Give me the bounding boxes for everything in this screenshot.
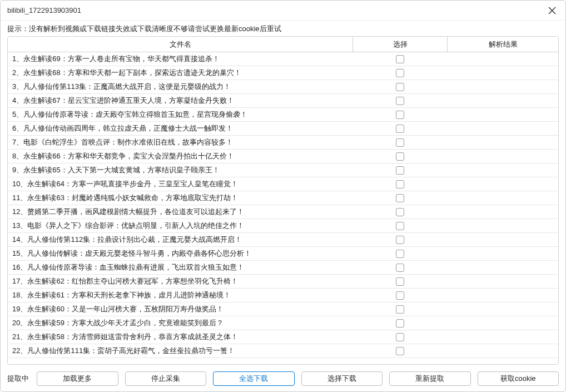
- table-header: 文件名 选择 解析结果: [8, 37, 558, 52]
- table-row: 17、永生解读62：红怡郡主夺山河榜大赛冠军，方寒想坐羽化飞升椅！: [8, 275, 558, 289]
- table-row: 12、赘婿第二季开播，画风建模剧情大幅提升，各位道友可以追起来了！: [8, 205, 558, 219]
- row-checkbox[interactable]: [396, 236, 404, 244]
- cell-filename: 18、永生解读61：方寒和天刑长老拿下神族，虚月儿进阶神通秘境！: [8, 290, 352, 300]
- cell-filename: 6、凡人修仙传动画四周年，韩立拉虚天鼎，正魔修士大战一触即发！: [8, 123, 352, 133]
- file-table: 文件名 选择 解析结果 1、永生解读69：方寒一人卷走所有宝物，华天都气得直接追…: [7, 36, 559, 365]
- re-extract-button[interactable]: 重新提取: [389, 371, 471, 386]
- cell-select: [352, 236, 447, 244]
- table-row: 15、凡人修仙传解读：虚天殿元婴老怪斗智斗勇，内殿夺鼎各怀心思分析！: [8, 247, 558, 261]
- row-checkbox[interactable]: [396, 291, 404, 300]
- cell-filename: 22、凡人修仙传第111集：蛮胡子高光好霸气，金丝蚕拉鼎功亏一篑！: [8, 346, 352, 356]
- cell-select: [352, 222, 447, 230]
- cell-select: [352, 250, 447, 258]
- row-checkbox[interactable]: [396, 333, 404, 341]
- get-cookie-button[interactable]: 获取cookie: [478, 371, 559, 386]
- table-row: 11、永生解读63：封魔岭遇纯狐小妖女喊救命，方寒地底取宝先打劫！: [8, 191, 558, 205]
- cell-filename: 11、永生解读63：封魔岭遇纯狐小妖女喊救命，方寒地底取宝先打劫！: [8, 193, 352, 203]
- table-row: 6、凡人修仙传动画四周年，韩立拉虚天鼎，正魔修士大战一触即发！: [8, 122, 558, 136]
- cell-select: [352, 152, 447, 161]
- cell-select: [352, 138, 447, 147]
- row-checkbox[interactable]: [396, 111, 404, 119]
- cell-select: [352, 194, 447, 202]
- cell-select: [352, 264, 447, 272]
- cell-select: [352, 305, 447, 314]
- table-row: 13、电影《异人之下》综合影评：优缺点明显，引新人入坑的绝佳之作！: [8, 219, 558, 233]
- row-checkbox[interactable]: [396, 305, 404, 314]
- table-row: 14、凡人修仙传第112集：拉鼎设计别出心裁，正魔元婴大战高燃开启！: [8, 233, 558, 247]
- table-row: 16、凡人修仙传原著导读：血玉蜘蛛拉鼎有进展，飞出双首火狼玉如意！: [8, 261, 558, 275]
- table-row: 10、永生解读64：方寒一声吼直接半步金丹，三皇至宝人皇笔在瞳觉！: [8, 177, 558, 191]
- cell-select: [352, 180, 447, 188]
- table-row: 20、永生解读59：方寒大战少年天才孟少白，究竟谁能笑到最后？: [8, 316, 558, 330]
- table-row: 9、永生解读65：入天下第一大城玄黄城，方寒结识皇子颐亲王！: [8, 163, 558, 177]
- row-checkbox[interactable]: [396, 194, 404, 202]
- cell-filename: 13、电影《异人之下》综合影评：优缺点明显，引新人入坑的绝佳之作！: [8, 221, 352, 231]
- row-checkbox[interactable]: [396, 152, 404, 161]
- cell-select: [352, 111, 447, 119]
- stop-collect-button[interactable]: 停止采集: [125, 371, 207, 386]
- status-text: 提取中: [7, 374, 29, 384]
- close-icon[interactable]: [545, 4, 559, 17]
- table-row: 4、永生解读67：星云宝宝进阶神通五重天人境，方寒凝结金丹失败！: [8, 94, 558, 108]
- cell-select: [352, 291, 447, 300]
- cell-filename: 14、凡人修仙传第112集：拉鼎设计别出心裁，正魔元婴大战高燃开启！: [8, 235, 352, 245]
- select-download-button[interactable]: 选择下载: [301, 371, 383, 386]
- row-checkbox[interactable]: [396, 347, 404, 355]
- table-row: 8、永生解读66：方寒和华天都竞争，卖宝大会涅槃丹拍出十亿天价！: [8, 150, 558, 163]
- row-checkbox[interactable]: [396, 208, 404, 216]
- cell-filename: 15、凡人修仙传解读：虚天殿元婴老怪斗智斗勇，内殿夺鼎各怀心思分析！: [8, 249, 352, 259]
- cell-select: [352, 83, 447, 91]
- window-title: bilibili_1722913903901: [7, 6, 545, 14]
- row-checkbox[interactable]: [396, 138, 404, 147]
- cell-select: [352, 208, 447, 216]
- row-checkbox[interactable]: [396, 69, 404, 77]
- row-checkbox[interactable]: [396, 166, 404, 175]
- row-checkbox[interactable]: [396, 97, 404, 105]
- table-row: 2、永生解读68：方寒和华天都一起下副本，探索远古遗迹天龙的巢穴！: [8, 66, 558, 80]
- load-more-button[interactable]: 加载更多: [37, 371, 118, 386]
- table-row: 19、永生解读60：又是一年山河榜大赛，五枚阴阳万寿丹做奖品！: [8, 302, 558, 316]
- row-checkbox[interactable]: [396, 277, 404, 286]
- cell-filename: 1、永生解读69：方寒一人卷走所有宝物，华天都气得直接追杀！: [8, 54, 352, 64]
- cell-select: [352, 125, 447, 133]
- cell-filename: 10、永生解读64：方寒一声吼直接半步金丹，三皇至宝人皇笔在瞳觉！: [8, 179, 352, 189]
- cell-filename: 17、永生解读62：红怡郡主夺山河榜大赛冠军，方寒想坐羽化飞升椅！: [8, 276, 352, 286]
- cell-filename: 21、永生解读58：方清雪师姐送雷骨舍利丹，恭喜方寒成就圣灵之体！: [8, 332, 352, 342]
- table-row: 1、永生解读69：方寒一人卷走所有宝物，华天都气得直接追杀！: [8, 52, 558, 66]
- table-row: 7、电影《白蛇浮生》首映点评：制作水准依旧在线，故事内容较多！: [8, 136, 558, 150]
- dialog-window: bilibili_1722913903901 提示：没有解析到视频或下载链接失效…: [0, 0, 566, 392]
- cell-select: [352, 333, 447, 341]
- table-body[interactable]: 1、永生解读69：方寒一人卷走所有宝物，华天都气得直接追杀！2、永生解读68：方…: [8, 52, 558, 364]
- cell-filename: 5、凡人修仙传原著导读：虚天殿夺宝韩立得狼首玉如意，星宫现身偷袭！: [8, 110, 352, 120]
- row-checkbox[interactable]: [396, 55, 404, 63]
- row-checkbox[interactable]: [396, 250, 404, 258]
- cell-filename: 4、永生解读67：星云宝宝进阶神通五重天人境，方寒凝结金丹失败！: [8, 96, 352, 106]
- cell-filename: 7、电影《白蛇浮生》首映点评：制作水准依旧在线，故事内容较多！: [8, 137, 352, 147]
- row-checkbox[interactable]: [396, 180, 404, 188]
- cell-select: [352, 319, 447, 328]
- row-checkbox[interactable]: [396, 319, 404, 328]
- titlebar: bilibili_1722913903901: [1, 1, 565, 21]
- cell-select: [352, 69, 447, 77]
- cell-filename: 16、凡人修仙传原著导读：血玉蜘蛛拉鼎有进展，飞出双首火狼玉如意！: [8, 262, 352, 272]
- row-checkbox[interactable]: [396, 264, 404, 272]
- footer-bar: 提取中 加载更多 停止采集 全选下载 选择下载 重新提取 获取cookie: [1, 370, 565, 391]
- cell-filename: 19、永生解读60：又是一年山河榜大赛，五枚阴阳万寿丹做奖品！: [8, 304, 352, 314]
- header-select: 选择: [352, 37, 447, 52]
- header-filename: 文件名: [8, 39, 352, 49]
- select-all-download-button[interactable]: 全选下载: [213, 371, 295, 386]
- header-result: 解析结果: [447, 37, 558, 52]
- cell-filename: 20、永生解读59：方寒大战少年天才孟少白，究竟谁能笑到最后？: [8, 318, 352, 328]
- table-row: 18、永生解读61：方寒和天刑长老拿下神族，虚月儿进阶神通秘境！: [8, 289, 558, 302]
- cell-filename: 2、永生解读68：方寒和华天都一起下副本，探索远古遗迹天龙的巢穴！: [8, 68, 352, 78]
- table-row: 21、永生解读58：方清雪师姐送雷骨舍利丹，恭喜方寒成就圣灵之体！: [8, 330, 558, 344]
- row-checkbox[interactable]: [396, 222, 404, 230]
- row-checkbox[interactable]: [396, 83, 404, 91]
- hint-text: 提示：没有解析到视频或下载链接失效或下载清晰度不够请尝试更换最新cookie后重…: [1, 21, 565, 36]
- cell-filename: 3、凡人修仙传第113集：正魔高燃大战开启，这便是元婴级的战力！: [8, 82, 352, 92]
- table-row: 5、凡人修仙传原著导读：虚天殿夺宝韩立得狼首玉如意，星宫现身偷袭！: [8, 108, 558, 122]
- table-row: 3、凡人修仙传第113集：正魔高燃大战开启，这便是元婴级的战力！: [8, 80, 558, 94]
- cell-select: [352, 347, 447, 355]
- cell-select: [352, 166, 447, 175]
- row-checkbox[interactable]: [396, 125, 404, 133]
